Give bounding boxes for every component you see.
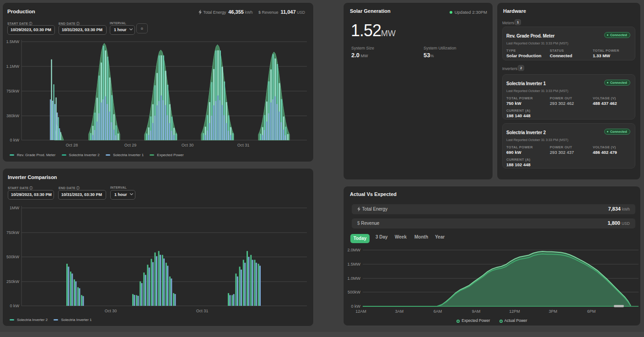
svg-text:Oct 31: Oct 31 (196, 309, 209, 313)
svg-text:0 kW: 0 kW (10, 138, 19, 142)
svg-text:500kW: 500kW (6, 255, 20, 259)
svg-text:0 kW: 0 kW (351, 304, 360, 309)
svg-text:12AM: 12AM (355, 309, 366, 314)
svg-text:500kW: 500kW (348, 290, 361, 294)
svg-text:250kW: 250kW (6, 279, 20, 284)
svg-text:Oct 30: Oct 30 (105, 309, 117, 313)
svg-text:380kW: 380kW (6, 114, 20, 118)
svg-text:2.0MW: 2.0MW (347, 248, 360, 252)
svg-text:0 kW: 0 kW (10, 304, 19, 308)
svg-text:3AM: 3AM (395, 309, 404, 314)
svg-text:9AM: 9AM (472, 309, 481, 314)
svg-text:750kW: 750kW (6, 89, 20, 93)
svg-text:1MW: 1MW (10, 206, 20, 210)
svg-text:Oct 30: Oct 30 (182, 143, 194, 147)
svg-text:Oct 31: Oct 31 (237, 143, 250, 147)
svg-text:6AM: 6AM (434, 309, 442, 314)
svg-text:12PM: 12PM (509, 309, 520, 314)
svg-text:750kW: 750kW (6, 230, 20, 235)
svg-text:1.0MW: 1.0MW (347, 276, 360, 281)
svg-text:Oct 28: Oct 28 (66, 143, 78, 147)
svg-text:Oct 29: Oct 29 (124, 143, 137, 147)
svg-text:1.5MW: 1.5MW (347, 262, 360, 266)
svg-text:3PM: 3PM (549, 309, 558, 314)
svg-text:6PM: 6PM (587, 309, 596, 314)
svg-text:1.1MW: 1.1MW (6, 64, 19, 69)
svg-text:1.5MW: 1.5MW (6, 39, 19, 44)
